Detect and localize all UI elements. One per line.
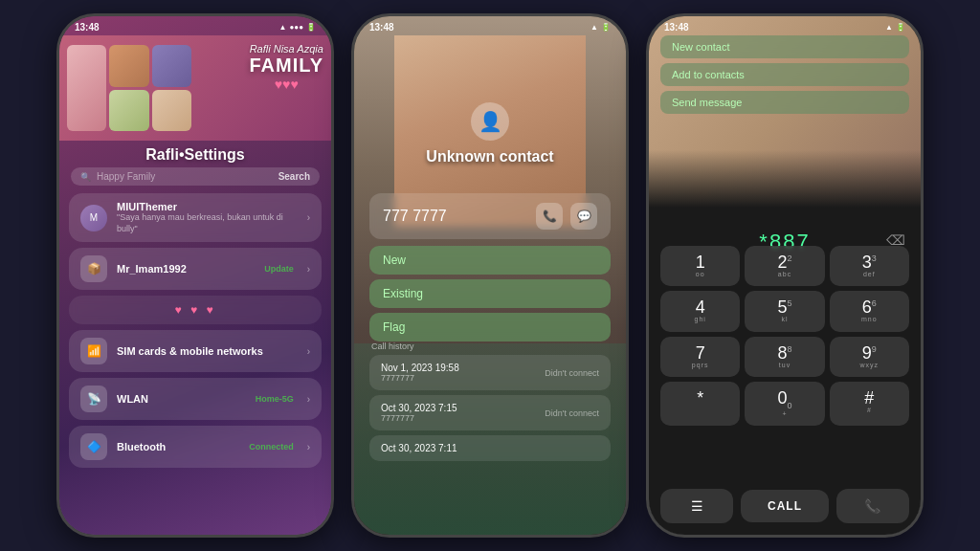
status-bar-3: 13:48 ▲ 🔋 [649,16,921,35]
unknown-contact-label: Unknown contact [426,148,553,165]
key-2-main: 22 [748,253,820,271]
key-star-main: * [664,389,736,407]
dialer-keypad: 1 oo 22 abc 33 def 4 ghi 55 kl 66 m [660,246,909,426]
family-photo-3 [152,45,191,87]
sim-content: SIM cards & mobile networks [117,345,294,357]
family-label: FAMILY [250,55,324,77]
settings-item-wlan[interactable]: 📡 WLAN Home-5G › [69,378,322,420]
search-button[interactable]: Search [278,171,310,182]
call-options: New Existing Flag [369,246,611,342]
status-bar-2: 13:48 ▲ 🔋 [354,16,626,35]
search-placeholder: Happy Family [97,171,273,182]
family-banner: Rafli Nisa Azqia FAMILY ♥♥♥ [59,35,331,141]
key-1-sub: oo [664,271,736,278]
dialer-key-6[interactable]: 66 mno [830,291,909,331]
phone-2: 13:48 ▲ 🔋 👤 Unknown contact 777 7777 📞 💬… [351,13,629,538]
dialer-key-hash[interactable]: # # [830,382,909,426]
mr-imam-arrow: › [307,264,310,275]
call-history-num-1: 7777777 [381,373,459,383]
dialer-call-button[interactable]: CALL [741,490,829,522]
dialer-key-1[interactable]: 1 oo [660,246,740,286]
dialer-key-0[interactable]: 00 + [745,382,824,426]
wifi-icon-3: ▲ [885,23,893,32]
wlan-badge: Home-5G [256,394,294,404]
signal-icon: ●●● [290,23,304,32]
settings-item-miuithemer[interactable]: M MIUIThemer "Saya hanya mau berkreasi, … [69,193,322,242]
call-phone-icon-btn[interactable]: 📞 [536,203,563,230]
call-history-item-2[interactable]: Oct 30, 2023 7:15 7777777 Didn't connect [369,395,611,430]
key-5-sub: kl [748,316,820,323]
dialer-menu-btn[interactable]: ☰ [660,489,733,523]
settings-list: M MIUIThemer "Saya hanya mau berkreasi, … [59,193,331,468]
key-6-sub: mno [834,316,905,323]
settings-search-bar[interactable]: 🔍 Happy Family Search [71,167,320,186]
call-message-icon-btn[interactable]: 💬 [570,203,597,230]
settings-title: Rafli•Settings [59,141,331,167]
status-icons-1: ▲ ●●● 🔋 [279,23,316,32]
key-5-main: 55 [748,298,820,316]
miuithemer-avatar: M [80,205,107,231]
dialer-key-2[interactable]: 22 abc [745,246,824,286]
settings-item-mr-imam[interactable]: 📦 Mr_Imam1992 Update › [69,248,322,290]
phone-1: 13:48 ▲ ●●● 🔋 Rafli Nisa Azqia FAMILY ♥♥… [56,13,334,538]
bluetooth-title: Bluetooth [117,441,239,452]
status-bar-1: 13:48 ▲ ●●● 🔋 [59,16,331,35]
key-7-main: 7 [664,344,736,362]
call-option-existing[interactable]: Existing [369,279,611,308]
dialer-contacts-btn[interactable]: 📞 [836,489,909,523]
mr-imam-icon: 📦 [80,255,107,282]
dialer-key-3[interactable]: 33 def [830,246,909,286]
dialer-key-star[interactable]: * [660,382,740,426]
wifi-icon-2: ▲ [590,23,598,32]
call-history-info-3: Oct 30, 2023 7:11 [381,443,457,453]
family-photos [67,45,191,131]
dialer-key-9[interactable]: 99 wxyz [830,337,909,377]
family-photo-2 [109,45,148,87]
dialer-bottom-bar: ☰ CALL 📞 [660,489,909,523]
key-9-main: 99 [834,344,905,362]
hearts-row: ♥ ♥ ♥ [174,303,215,317]
dialer-option-new-contact[interactable]: New contact [660,35,909,58]
call-history-type-1: Didn't connect [545,368,599,378]
search-icon: 🔍 [80,172,91,182]
dialer-option-add-contacts[interactable]: Add to contacts [660,63,909,86]
call-history-item-3[interactable]: Oct 30, 2023 7:11 [369,435,611,461]
menu-icon: ☰ [691,498,703,514]
key-9-sub: wxyz [834,362,905,369]
key-3-sub: def [834,271,905,278]
wlan-arrow: › [307,394,310,405]
settings-item-sim-cards[interactable]: 📶 SIM cards & mobile networks › [69,330,322,372]
call-option-flag[interactable]: Flag [369,313,611,342]
call-history-section: Call history Nov 1, 2023 19:58 7777777 D… [369,342,611,466]
dialer-key-8[interactable]: 88 tuv [745,337,824,377]
call-history-num-2: 7777777 [381,413,457,423]
hearts-item: ♥ ♥ ♥ [69,296,322,324]
call-history-item-1[interactable]: Nov 1, 2023 19:58 7777777 Didn't connect [369,355,611,390]
key-4-main: 4 [664,298,736,316]
dialer-key-4[interactable]: 4 ghi [660,291,740,331]
call-history-label: Call history [369,342,611,351]
mr-imam-content: Mr_Imam1992 [117,263,255,275]
settings-item-bluetooth[interactable]: 🔷 Bluetooth Connected › [69,426,322,468]
family-photo-5 [152,90,191,132]
wlan-title: WLAN [117,393,246,405]
key-1-main: 1 [664,253,736,271]
wifi-icon: ▲ [279,23,287,32]
call-action-icons: 📞 💬 [536,203,597,230]
call-option-new[interactable]: New [369,246,611,275]
family-cursive-title: Rafli Nisa Azqia [250,43,324,55]
family-photo-1 [67,45,106,131]
sim-title: SIM cards & mobile networks [117,345,294,357]
dialer-key-7[interactable]: 7 pqrs [660,337,740,377]
call-history-info-2: Oct 30, 2023 7:15 7777777 [381,403,457,423]
unknown-contact-section: 👤 Unknown contact [354,102,626,165]
call-number-row: 777 7777 📞 💬 [369,193,611,239]
contacts-icon: 📞 [864,498,880,514]
family-title-area: Rafli Nisa Azqia FAMILY ♥♥♥ [250,43,324,92]
dialer-option-send-message[interactable]: Send message [660,91,909,114]
family-photo-4 [109,90,148,132]
wlan-content: WLAN [117,393,246,405]
bluetooth-badge: Connected [249,442,294,452]
dialer-key-5[interactable]: 55 kl [745,291,824,331]
bluetooth-content: Bluetooth [117,441,239,452]
